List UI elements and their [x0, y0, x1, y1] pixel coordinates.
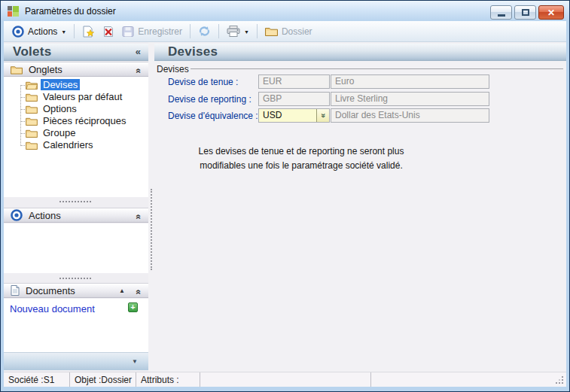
close-button[interactable]: ✕	[538, 5, 564, 20]
splitter-handle[interactable]	[59, 201, 91, 202]
tabs-tree: Devises Valeurs par défaut Options	[4, 77, 148, 197]
status-bar: Société :S1 Objet :Dossier Attributs :	[4, 372, 566, 387]
tree-item-devises[interactable]: Devises	[4, 79, 148, 91]
toolbar-separator	[257, 24, 258, 38]
documents-panel: Nouveau document +	[4, 299, 148, 352]
tree-item-calendriers[interactable]: Calendriers	[4, 139, 148, 151]
refresh-icon	[198, 26, 211, 37]
refresh-button[interactable]	[194, 23, 215, 39]
resize-grip[interactable]	[562, 382, 563, 384]
devise-tenue-code-field: EUR	[258, 74, 330, 89]
actions-panel	[4, 223, 148, 273]
arrow-down-icon: ▼	[132, 358, 138, 365]
folder-icon	[26, 117, 38, 126]
field-label-equivalence: Devise d'équivalence :	[168, 111, 258, 121]
tree-item-label: Options	[41, 103, 79, 114]
devise-reporting-name-field: Livre Sterling	[331, 92, 489, 106]
folder-icon	[26, 141, 38, 150]
print-icon	[227, 26, 240, 37]
target-icon	[12, 26, 24, 38]
section-documents-label: Documents	[26, 285, 75, 296]
section-header-onglets[interactable]: Onglets «	[4, 62, 148, 77]
new-document-link[interactable]: Nouveau document	[10, 303, 95, 315]
folder-icon	[11, 65, 23, 74]
toolbar-separator	[190, 24, 191, 38]
collapse-sidebar-button[interactable]: «	[136, 46, 141, 57]
save-icon	[122, 26, 134, 38]
app-window: Paramètres du dossier ✕ Actions ▼	[0, 0, 570, 392]
maximize-button[interactable]	[514, 5, 536, 20]
folder-icon	[26, 93, 38, 102]
sidebar-scroll-down-bar[interactable]: ▼	[4, 352, 148, 370]
print-button[interactable]: ▼	[223, 23, 253, 39]
section-header-documents[interactable]: Documents ▲ «	[4, 283, 148, 298]
tree-item-groupe[interactable]: Groupe	[4, 127, 148, 139]
status-objet: Objet :Dossier	[70, 372, 136, 387]
new-document-icon	[82, 26, 95, 38]
chevron-double-up-icon[interactable]: «	[134, 214, 145, 220]
add-document-button[interactable]: +	[128, 302, 138, 312]
target-icon	[11, 209, 23, 221]
minimize-button[interactable]	[490, 5, 512, 20]
devise-tenue-name-field: Euro	[331, 74, 489, 89]
new-button[interactable]	[78, 23, 99, 40]
actions-menu-button[interactable]: Actions ▼	[8, 23, 70, 40]
group-box-line	[191, 68, 563, 69]
info-note-line1: Les devises de tenue et de reporting ne …	[177, 144, 425, 159]
app-icon	[8, 5, 19, 17]
tree-item-label: Pièces réciproques	[41, 115, 129, 126]
main-header: Devises	[154, 44, 566, 61]
devise-equivalence-name-field: Dollar des Etats-Unis	[331, 108, 489, 123]
chevron-double-down-icon: »	[317, 113, 330, 117]
sidebar-title: Volets	[13, 44, 52, 59]
select-open-button[interactable]: »	[316, 109, 329, 122]
page-title: Devises	[168, 44, 218, 59]
sidebar: Volets « Onglets « Devises	[4, 42, 148, 372]
save-button[interactable]: Enregistrer	[118, 23, 186, 40]
delete-button[interactable]	[99, 23, 118, 40]
sidebar-header: Volets «	[4, 44, 148, 61]
close-icon: ✕	[547, 8, 555, 17]
chevron-down-icon: ▼	[244, 29, 249, 35]
chevron-double-up-icon[interactable]: «	[134, 68, 145, 74]
status-attributs: Attributs :	[136, 372, 200, 387]
status-empty	[200, 372, 371, 387]
delete-icon	[102, 26, 114, 38]
tree-item-label: Valeurs par défaut	[41, 91, 124, 102]
tree-item-options[interactable]: Options	[4, 103, 148, 115]
chevron-double-up-icon[interactable]: «	[134, 290, 145, 295]
maximize-icon	[522, 9, 529, 16]
folder-icon	[26, 105, 38, 114]
save-button-label: Enregistrer	[138, 26, 182, 37]
toolbar-separator	[218, 24, 219, 38]
group-box-label: Devises	[157, 64, 189, 74]
tree-item-valeurs-par-defaut[interactable]: Valeurs par défaut	[4, 91, 148, 103]
actions-menu-label: Actions	[28, 26, 57, 37]
section-header-actions[interactable]: Actions «	[4, 208, 148, 223]
vertical-splitter[interactable]	[151, 189, 152, 270]
dossier-button[interactable]: Dossier	[261, 24, 316, 39]
title-bar[interactable]: Paramètres du dossier ✕	[1, 1, 569, 21]
minimize-icon	[498, 14, 505, 17]
devise-reporting-code-field: GBP	[258, 92, 330, 106]
devise-equivalence-code-select[interactable]: USD »	[258, 108, 330, 123]
main-panel: Devises Devises Devise de tenue : EUR Eu…	[154, 42, 566, 372]
field-label-tenue: Devise de tenue :	[168, 77, 238, 87]
arrow-up-icon[interactable]: ▲	[119, 287, 125, 294]
section-onglets-label: Onglets	[29, 64, 62, 75]
status-empty	[371, 372, 566, 387]
status-societe: Société :S1	[4, 372, 70, 387]
field-label-reporting: Devise de reporting :	[168, 94, 251, 105]
info-note: Les devises de tenue et de reporting ne …	[177, 144, 425, 173]
devise-equivalence-code-value: USD	[263, 110, 282, 120]
document-icon	[11, 285, 20, 296]
plus-icon: +	[130, 302, 135, 311]
folder-icon	[26, 81, 38, 90]
tree-item-pieces-reciproques[interactable]: Pièces réciproques	[4, 115, 148, 127]
section-actions-label: Actions	[29, 210, 61, 221]
tree-item-label: Devises	[41, 79, 80, 90]
splitter-handle[interactable]	[59, 278, 91, 279]
tree-item-label: Groupe	[41, 127, 78, 138]
dossier-button-label: Dossier	[282, 26, 312, 37]
toolbar: Actions ▼ Enregistrer	[4, 21, 566, 42]
